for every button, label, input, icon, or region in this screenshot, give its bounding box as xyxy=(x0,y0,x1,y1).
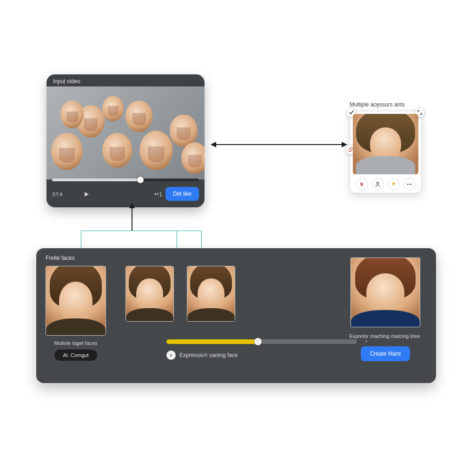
crowd-face xyxy=(51,133,83,170)
video-time-label: ST:4 xyxy=(52,192,67,197)
crowd-face xyxy=(102,133,132,168)
accessories-toolbar xyxy=(353,178,418,190)
svg-point-1 xyxy=(407,184,408,185)
person-icon[interactable] xyxy=(372,178,384,190)
input-video-card: Input video ST:4 ••1 Det like xyxy=(46,74,205,207)
svg-point-2 xyxy=(409,184,410,185)
accessories-portrait[interactable] xyxy=(353,114,418,174)
slider-knob[interactable] xyxy=(254,338,262,345)
accessories-label: Multiple acęssurs ants xyxy=(350,101,422,108)
ai-compat-button[interactable]: AI. Comgut xyxy=(54,350,97,361)
video-seek-bar[interactable] xyxy=(52,178,199,181)
target-face-1[interactable] xyxy=(46,266,106,336)
pointer-icon[interactable] xyxy=(356,178,368,190)
candidate-face-1[interactable] xyxy=(126,266,174,322)
slider-caption: Expressioṅ saning face xyxy=(179,352,238,358)
sparkle-icon[interactable] xyxy=(388,178,400,190)
seek-knob[interactable] xyxy=(137,177,144,183)
target-faces-label: Multole taget faces xyxy=(54,340,97,346)
result-caption: Expretor maching matcing liree. xyxy=(350,333,422,340)
accessories-card xyxy=(350,111,422,193)
detect-button[interactable]: Det like xyxy=(165,187,199,201)
crowd-face xyxy=(60,100,84,128)
more-icon[interactable] xyxy=(403,178,416,190)
svg-point-3 xyxy=(410,184,411,185)
slider-prev-icon[interactable]: ‹ xyxy=(166,350,176,360)
play-icon[interactable] xyxy=(84,192,89,197)
expression-slider[interactable]: › ‹ Expressioṅ saning face xyxy=(166,339,357,360)
slider-caption-row: ‹ Expressioṅ saning face xyxy=(166,350,357,360)
relation-arrow xyxy=(212,144,346,145)
up-arrow xyxy=(132,204,132,231)
accessories-panel: Multiple acęssurs ants xyxy=(350,101,422,193)
crowd-face xyxy=(126,100,152,132)
crowd-face xyxy=(139,131,173,170)
svg-point-0 xyxy=(377,182,378,184)
result-face[interactable] xyxy=(350,258,420,327)
create-more-button[interactable]: Create Mare xyxy=(361,346,410,361)
candidate-face-2[interactable] xyxy=(187,266,235,322)
result-column: Expretor maching matcing liree. Create M… xyxy=(346,258,425,361)
faces-panel: Freite faces Multole taget faces AI. Com… xyxy=(36,248,436,383)
crowd-face xyxy=(102,96,124,121)
input-video-title: Input video xyxy=(46,74,205,86)
input-video-thumbnail[interactable] xyxy=(46,86,205,179)
video-more-icon[interactable]: ••1 xyxy=(154,191,163,198)
target-face-column: Multole taget faces AI. Comgut xyxy=(46,266,106,361)
crowd-face xyxy=(181,142,205,174)
video-controls: ST:4 ••1 Det like xyxy=(46,179,205,207)
